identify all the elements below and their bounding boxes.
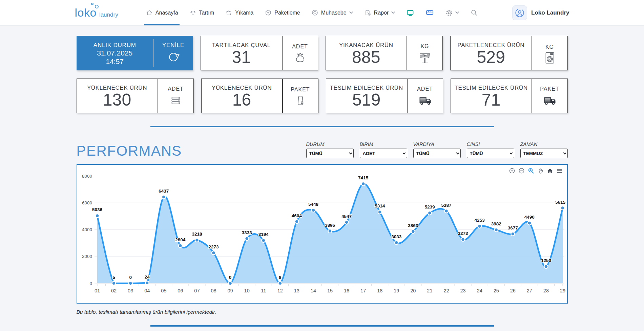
svg-text:8000: 8000 [82,174,92,179]
svg-text:06: 06 [178,288,183,293]
home-reset-icon[interactable] [547,168,553,174]
svg-text:26: 26 [510,288,515,293]
svg-text:5615: 5615 [555,200,565,205]
filter-vardiya: VARDİYA TÜMÜ [413,141,461,158]
card-value: 31 [232,49,251,66]
user-menu[interactable]: Loko Laundry [505,5,569,20]
logo-bubble-icon [91,3,94,5]
svg-text:2000: 2000 [82,254,92,259]
app-logo[interactable]: loko laundry [75,6,126,19]
svg-text:5: 5 [112,275,115,280]
box-icon [265,9,272,16]
scale-icon [189,9,196,16]
stat-card-yuklenecek-urun-paket: YÜKLENECEK ÜRÜN 16 PAKET [201,79,318,113]
svg-text:01: 01 [94,288,100,293]
svg-text:5239: 5239 [424,204,435,209]
chart-note: Bu tablo, teslimatı tamamlanmış ürün bil… [77,309,568,315]
nav-item-paketleme[interactable]: Paketleme [265,0,300,25]
menu-icon[interactable] [557,168,562,173]
linens-stack-icon [168,93,183,108]
svg-text:19: 19 [394,288,399,293]
svg-text:24: 24 [144,274,150,280]
zaman-select[interactable]: TEMMUZ [520,149,568,158]
card-unit: ADET [292,44,308,50]
monitor-button[interactable] [406,0,414,25]
sack-icon [293,51,307,65]
home-icon [146,9,153,16]
nav-item-anasayfa[interactable]: Anasayfa [146,0,178,25]
durum-select[interactable]: TÜMÜ [306,149,354,158]
vehicle-button[interactable] [425,0,434,25]
search-button[interactable] [470,0,478,25]
search-icon [470,9,478,17]
gear-icon [445,9,453,17]
stat-card-yuklenecek-urun-adet: YÜKLENECEK ÜRÜN 130 ADET [77,79,194,113]
svg-text:08: 08 [211,288,216,293]
svg-text:16: 16 [344,288,349,293]
svg-text:20: 20 [410,288,416,293]
svg-text:3896: 3896 [325,223,335,228]
nav-item-muhasebe[interactable]: Muhasebe [311,0,353,25]
nav-label: Tartım [199,10,214,16]
section-divider [150,126,494,127]
nav-item-tartim[interactable]: Tartım [189,0,214,25]
svg-text:3333: 3333 [242,230,252,235]
refresh-button[interactable]: YENİLE [153,39,193,67]
chevron-down-icon [391,12,395,14]
svg-text:13: 13 [294,288,299,293]
filter-birim: BİRİM ADET [360,141,407,158]
performance-chart-panel: 0200040006000800001020304050607080910111… [77,164,568,304]
nav-label: Anasayfa [155,10,178,16]
filter-label: VARDİYA [413,141,461,147]
nav-item-yikama[interactable]: Yıkama [225,0,253,25]
svg-text:3273: 3273 [458,231,468,236]
svg-text:3194: 3194 [258,232,269,237]
nav-label: Paketleme [274,10,300,16]
filter-label: ZAMAN [520,141,568,147]
performance-area-chart[interactable]: 0200040006000800001020304050607080910111… [77,165,567,303]
svg-text:5448: 5448 [308,202,318,207]
svg-text:5314: 5314 [375,203,385,208]
vardiya-select[interactable]: TÜMÜ [413,149,461,158]
zoom-out-icon[interactable] [519,168,524,174]
birim-select[interactable]: ADET [360,149,407,158]
chart-toolbar [509,168,562,174]
stat-card-yikanacak-urun: YIKANACAK ÜRÜN 885 KG [326,36,443,70]
status-time: 14:57 [106,58,124,66]
svg-text:2273: 2273 [208,244,219,249]
card-unit: PAKET [540,86,559,92]
refresh-icon [166,50,181,64]
card-unit: KG [420,43,429,49]
svg-text:0: 0 [129,275,132,280]
status-date: 31.07.2025 [97,49,132,57]
wash-bowl-icon [225,9,232,16]
cinsi-select[interactable]: TÜMÜ [467,149,514,158]
svg-text:4547: 4547 [341,214,352,219]
logo-text-sub: laundry [99,12,118,18]
svg-text:3863: 3863 [408,223,418,228]
svg-text:2804: 2804 [175,237,186,242]
nav-label: Muhasebe [321,10,347,16]
pan-icon[interactable] [538,168,543,174]
svg-text:25: 25 [493,288,499,293]
card-value: 16 [232,91,251,109]
nav-item-rapor[interactable]: Rapor [364,0,395,25]
zoom-in-icon[interactable] [509,168,515,174]
stat-cards: ANLIK DURUM 31.07.2025 14:57 YENİLE TART… [77,36,568,113]
svg-text:02: 02 [111,288,117,293]
nav-label: Rapor [374,10,389,16]
svg-text:4000: 4000 [82,227,92,232]
filter-zaman: ZAMAN TEMMUZ [520,141,568,158]
svg-text:09: 09 [227,288,233,293]
svg-text:0: 0 [89,281,92,286]
svg-text:04: 04 [144,288,150,293]
svg-text:15: 15 [327,288,332,293]
logo-bubble-icon [95,5,99,8]
svg-text:0: 0 [229,275,231,280]
chevron-down-icon [455,12,459,14]
status-card: ANLIK DURUM 31.07.2025 14:57 YENİLE [77,36,193,70]
settings-button[interactable] [445,0,459,25]
selection-zoom-icon[interactable] [528,168,534,174]
svg-text:3982: 3982 [491,221,501,226]
card-unit: PAKET [291,87,310,93]
